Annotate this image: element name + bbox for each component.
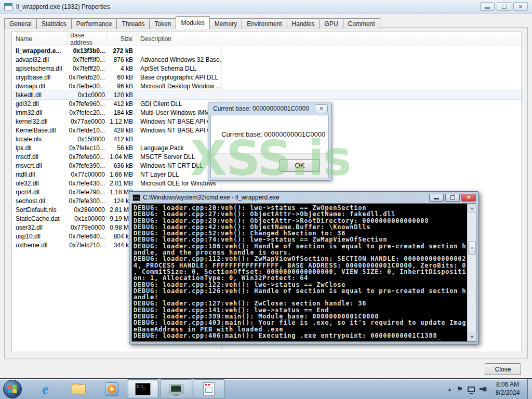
column-header-size[interactable]: Size <box>107 32 137 46</box>
tab-memory[interactable]: Memory <box>209 18 242 29</box>
dialog-message: Current base: 00000000001C0000 <box>211 115 328 153</box>
module-base-cell: 0x7fefe300... <box>68 197 107 205</box>
minimize-button[interactable] <box>480 2 495 11</box>
close-window-button[interactable]: ✕ <box>513 2 528 11</box>
close-button[interactable]: Close <box>485 363 521 375</box>
listview-header[interactable]: NameBase addressSizeDescription <box>11 32 522 46</box>
taskbar-process-hacker-button[interactable] <box>160 379 192 399</box>
module-base-cell: 0x1c00000 <box>68 215 107 222</box>
column-header-description[interactable]: Description <box>137 32 221 46</box>
cmd-close-button[interactable]: ✕ <box>461 194 476 202</box>
tab-modules[interactable]: Modules <box>176 16 209 29</box>
module-size-cell: 636 kB <box>107 162 137 169</box>
module-size-cell: 96 kB <box>107 83 137 90</box>
module-size-cell: 56 kB <box>107 144 137 152</box>
properties-titlebar[interactable]: ll_wrapperd.exe (1332) Properties ✕ <box>0 0 532 14</box>
ok-button[interactable]: OK <box>280 159 320 172</box>
clock-date: 8/2/2024 <box>490 389 525 397</box>
internet-explorer-icon[interactable]: e <box>36 381 54 397</box>
restore-icon <box>450 195 455 200</box>
dialog-title: Current base: 00000000001C0000 <box>213 105 315 112</box>
start-button[interactable] <box>3 380 22 398</box>
show-desktop-button[interactable] <box>527 379 532 399</box>
window-title: ll_wrapperd.exe (1332) Properties <box>16 3 110 10</box>
module-size-cell: 120 kB <box>107 91 137 99</box>
tab-performance[interactable]: Performance <box>71 18 117 29</box>
cmd-restore-button[interactable] <box>445 194 460 202</box>
module-name-cell: ntdll.dll <box>11 171 68 178</box>
module-size-cell: 1.04 MB <box>107 153 137 161</box>
module-base-cell: 0x150000 <box>68 136 107 143</box>
dialog-titlebar[interactable]: Current base: 00000000001C0000 ✕ <box>208 102 331 115</box>
taskbar-cmd-button[interactable]: C:\_ <box>127 379 159 399</box>
taskbar: e C:\_ ▲ ⚑ ))) 8:06 AM 8/2/2024 <box>0 378 532 399</box>
tab-handles[interactable]: Handles <box>287 18 320 29</box>
module-base-cell: 0x7feff9f0... <box>68 56 107 63</box>
action-center-flag-icon[interactable]: ⚑ <box>456 385 463 393</box>
module-name-cell: lpk.dll <box>11 144 68 152</box>
module-base-cell: 0x13f3b0... <box>68 47 107 55</box>
module-size-cell: 4 kB <box>107 65 137 72</box>
terminal-icon: C:\_ <box>135 383 151 395</box>
dialog-footer: OK <box>211 153 328 178</box>
media-player-icon[interactable] <box>103 381 121 397</box>
module-base-cell: 0x77ae0000 <box>68 118 107 125</box>
tab-threads[interactable]: Threads <box>116 18 150 29</box>
module-size-cell: 428 kB <box>107 127 137 134</box>
show-hidden-icons-arrow[interactable]: ▲ <box>448 387 452 392</box>
scroll-thumb[interactable]: ≡ <box>468 241 476 255</box>
console-output[interactable]: DEBUG: loader.cpp:20:veh(): lwe->status … <box>132 204 467 341</box>
module-desc-cell: ApiSet Schema DLL <box>137 65 221 72</box>
console-scrollbar[interactable]: ▲ ≡ ▼ <box>467 204 476 341</box>
scroll-up-arrow[interactable]: ▲ <box>468 204 476 212</box>
windows-explorer-icon[interactable] <box>70 381 87 397</box>
tab-token[interactable]: Token <box>149 18 176 29</box>
module-base-cell: 0x779e0000 <box>68 224 107 231</box>
cmd-minimize-button[interactable] <box>429 194 444 202</box>
cmd-titlebar[interactable]: C:\_ C:\Windows\system32\cmd.exe - ll_wr… <box>129 192 478 203</box>
taskbar-clock[interactable]: 8:06 AM 8/2/2024 <box>490 380 525 398</box>
windows-flag-icon <box>8 385 18 394</box>
module-size-cell: 1.66 MB <box>107 171 137 178</box>
cmd-window: C:\_ C:\Windows\system32\cmd.exe - ll_wr… <box>129 191 479 344</box>
module-base-cell: 0x2860000 <box>68 206 107 214</box>
cmd-title: C:\Windows\system32\cmd.exe - ll_wrapper… <box>143 194 428 201</box>
restore-button[interactable] <box>497 2 511 11</box>
dialog-client: Current base: 00000000001C0000 OK <box>210 115 329 178</box>
monitor-icon <box>169 384 183 394</box>
volume-icon[interactable]: ))) <box>480 387 487 392</box>
tab-general[interactable]: General <box>4 18 37 29</box>
network-icon[interactable] <box>468 387 475 392</box>
module-base-cell: 0x1c0000 <box>68 91 107 99</box>
module-base-cell: 0x7fefeb00... <box>68 153 107 161</box>
module-name-cell: advapi32.dll <box>11 56 68 63</box>
module-base-cell: 0x7fefbe30... <box>68 83 107 90</box>
table-row[interactable]: advapi32.dll0x7feff9f0...876 kBAdvanced … <box>11 55 522 64</box>
module-desc-cell: Microsoft Desktop Window ... <box>137 83 221 90</box>
dialog-close-button[interactable]: ✕ <box>315 104 328 113</box>
module-desc-cell: Advanced Windows 32 Base... <box>137 56 221 63</box>
column-header-name[interactable]: Name <box>11 32 68 46</box>
table-row[interactable]: cryptbase.dll0x7fefdb20...60 kBBase cryp… <box>11 73 522 82</box>
module-base-cell: 0x7fefdb20... <box>68 74 107 81</box>
module-name-cell: msvcrt.dll <box>11 162 68 169</box>
table-row[interactable]: fakedll.dll0x1c0000120 kB <box>11 90 522 99</box>
minimize-icon <box>434 198 439 200</box>
column-header-base-address[interactable]: Base address <box>68 32 107 46</box>
taskbar-exe-button[interactable] <box>193 379 225 399</box>
module-size-cell: 2.01 MB <box>107 180 137 187</box>
module-name-cell: dwmapi.dll <box>11 83 68 90</box>
cmd-icon: C:\_ <box>132 194 140 201</box>
scroll-down-arrow[interactable]: ▼ <box>468 332 476 341</box>
tab-environment[interactable]: Environment <box>242 18 287 29</box>
module-size-cell: 412 kB <box>107 100 137 108</box>
table-row[interactable]: dwmapi.dll0x7fefbe30...96 kBMicrosoft De… <box>11 82 522 90</box>
tab-statistics[interactable]: Statistics <box>36 18 72 29</box>
tab-comment[interactable]: Comment <box>343 18 380 29</box>
tab-gpu[interactable]: GPU <box>320 18 343 29</box>
play-icon <box>105 382 118 396</box>
module-size-cell: 272 kB <box>107 47 137 55</box>
document-icon <box>203 382 215 396</box>
table-row[interactable]: ll_wrapperd.e...0x13f3b0...272 kB <box>11 46 522 55</box>
table-row[interactable]: apisetschema.dll0x7fefff20...4 kBApiSet … <box>11 64 522 73</box>
